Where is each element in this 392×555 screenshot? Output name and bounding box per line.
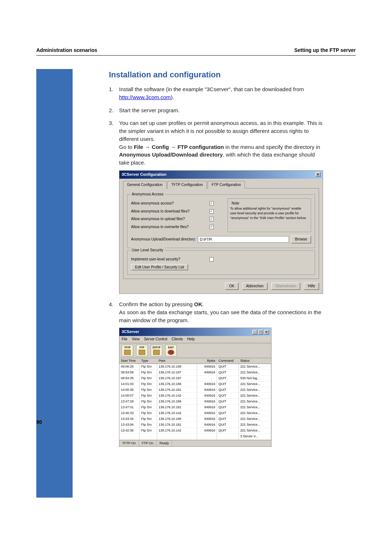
tab-general[interactable]: General Configuration xyxy=(123,181,167,189)
table-cell: 139.176.10.181 xyxy=(157,387,197,393)
table-row[interactable]: 13:43:34Ftp Srv139.176.10.186849916QUIT2… xyxy=(119,416,271,422)
table-row[interactable]: 13:47:29Ftp Srv139.176.10.186849916QUIT2… xyxy=(119,399,271,405)
menu-view[interactable]: View xyxy=(132,337,140,342)
step3b-arrow1: → xyxy=(143,144,152,150)
table-cell: Ftp Srv xyxy=(140,405,157,410)
help-button[interactable]: Hilfe xyxy=(304,283,319,290)
table-row[interactable]: 13:43:06Ftp Srv139.176.10.181849916QUIT2… xyxy=(119,422,271,428)
table-cell: Ftp Srv xyxy=(140,381,157,387)
note-title: Note xyxy=(230,201,309,206)
table-cell xyxy=(197,376,217,381)
table-cell: QUIT xyxy=(217,387,239,393)
table-row[interactable]: 13:42:38Ftp Srv139.176.10.142849916QUIT2… xyxy=(119,428,271,434)
step1-text-b: ). xyxy=(171,94,174,100)
table-cell: 221 Service... xyxy=(239,405,271,410)
col-status[interactable]: Status xyxy=(239,358,271,364)
table-cell: 530 Not log... xyxy=(239,376,271,381)
table-cell: 221 Service... xyxy=(239,370,271,375)
link-3com[interactable]: http://www.3com.com xyxy=(119,94,171,100)
table-cell: Ftp Srv xyxy=(140,399,157,404)
table-row[interactable]: 14:00:07Ftp Srv139.176.10.142849916QUIT2… xyxy=(119,393,271,399)
step4-ok: OK xyxy=(194,301,203,307)
table-row[interactable]: 13:46:33Ftp Srv139.176.10.142849916QUIT2… xyxy=(119,410,271,416)
table-cell: Ftp Srv xyxy=(140,393,157,398)
checkbox-allow-access[interactable]: ✓ xyxy=(209,201,214,206)
checkbox-allow-upload[interactable]: ✓ xyxy=(209,217,214,221)
table-cell: Ftp Srv xyxy=(140,364,157,369)
toolbar-sftp-button[interactable]: STFTP xyxy=(151,345,162,356)
header-left: Administration scenarios xyxy=(36,47,97,53)
tail-version: 3 Server V... xyxy=(239,434,271,439)
close-icon[interactable]: × xyxy=(264,330,269,335)
table-row[interactable]: 08:54:35Ftp Srv139.176.10.187QUIT530 Not… xyxy=(119,376,271,381)
toolbar-ftp-button[interactable]: FTP xyxy=(136,345,148,356)
menu-help[interactable]: Help xyxy=(187,337,195,342)
col-peer[interactable]: Peer xyxy=(157,358,197,364)
col-start-time[interactable]: Start Time xyxy=(119,358,140,364)
menu-file[interactable]: File xyxy=(122,337,127,342)
opt-user-security-label: Implement user-level security? xyxy=(131,257,207,262)
dir-input[interactable]: D:\FTP\ xyxy=(198,236,289,243)
table-row[interactable]: 08:54:58Ftp Srv139.176.10.187849916QUIT2… xyxy=(119,370,271,376)
step3b-pre: Go to xyxy=(119,144,134,150)
ftp-label: FTP xyxy=(139,346,144,349)
table-cell: QUIT xyxy=(217,370,239,375)
checkbox-allow-download[interactable]: ✓ xyxy=(209,209,214,214)
status-ready: Ready xyxy=(156,440,172,446)
tab-tftp[interactable]: TFTP Configuration xyxy=(167,181,207,189)
table-row[interactable]: 09:06:25Ftp Srv139.176.10.188849916QUIT2… xyxy=(119,364,271,370)
table-cell: QUIT xyxy=(217,405,239,410)
table-cell: 221 Service... xyxy=(239,381,271,387)
header-right: Setting up the FTP server xyxy=(294,47,356,53)
step4-text-b: . xyxy=(202,301,204,307)
table-cell: QUIT xyxy=(217,410,239,416)
dialog-title: 3CServer Configuration xyxy=(122,172,166,178)
step3b-mid: in the menu and specify the directory in xyxy=(224,144,320,150)
table-row[interactable]: 13:47:01Ftp Srv139.176.10.181849916QUIT2… xyxy=(119,405,271,410)
step-3: You can set up user profiles or permit a… xyxy=(109,119,323,294)
toolbar-exit-button[interactable]: EXIT xyxy=(165,345,177,356)
maximize-icon[interactable]: □ xyxy=(258,330,263,335)
edit-profile-button[interactable]: Edit User Profile / Security List xyxy=(131,264,188,270)
checkbox-user-security[interactable] xyxy=(209,257,214,262)
folder-icon xyxy=(139,350,145,355)
minimize-icon[interactable]: _ xyxy=(252,330,257,335)
step3b-ftp: FTP configuration xyxy=(177,144,224,150)
step3-text-a: You can set up user profiles or permit a… xyxy=(119,119,323,143)
table-cell: 849916 xyxy=(197,399,217,404)
status-tftp: TFTP On xyxy=(119,440,139,446)
close-icon[interactable]: × xyxy=(315,172,320,177)
browse-button[interactable]: Browse xyxy=(291,236,311,243)
table-row[interactable]: 14:00:35Ftp Srv139.176.10.181849916QUIT2… xyxy=(119,387,271,393)
table-cell: 139.176.10.186 xyxy=(157,416,197,422)
table-cell: 221 Service... xyxy=(239,410,271,416)
table-row[interactable]: 14:01:03Ftp Srv139.176.10.186849916QUIT2… xyxy=(119,381,271,387)
cancel-button[interactable]: Abbrechen xyxy=(242,283,268,290)
col-bytes[interactable]: Bytes xyxy=(197,358,217,364)
table-cell: QUIT xyxy=(217,399,239,404)
table-cell: 139.176.10.142 xyxy=(157,428,197,433)
table-cell: Ftp Srv xyxy=(140,422,157,428)
table-cell: 849916 xyxy=(197,428,217,433)
apply-button[interactable]: Übernehmen xyxy=(271,283,300,290)
col-command[interactable]: Command xyxy=(217,358,239,364)
table-cell: 139.176.10.186 xyxy=(157,381,197,387)
table-cell: 849916 xyxy=(197,387,217,393)
step3b-config: Config xyxy=(152,144,169,150)
menu-clients[interactable]: Clients xyxy=(172,337,183,342)
folder-icon xyxy=(124,350,131,355)
table-cell: 139.176.10.187 xyxy=(157,376,197,381)
table-cell: 13:43:06 xyxy=(119,422,140,428)
window-title: 3CServer xyxy=(122,329,139,335)
checkbox-allow-overwrite[interactable]: ✓ xyxy=(209,225,214,229)
table-cell: 139.176.10.181 xyxy=(157,422,197,428)
screenshot-config-dialog: 3CServer Configuration × General Configu… xyxy=(119,170,323,294)
menu-server-control[interactable]: Server Control xyxy=(144,337,167,342)
ok-button[interactable]: OK xyxy=(225,283,238,290)
page-header: Administration scenarios Setting up the … xyxy=(36,47,356,56)
table-cell: 14:00:35 xyxy=(119,387,140,393)
toolbar-tftp-button[interactable]: TFTP xyxy=(122,345,133,356)
tab-ftp[interactable]: FTP Configuration xyxy=(208,181,245,189)
col-type[interactable]: Type xyxy=(140,358,157,364)
step4-text-a: Confirm the action by pressing xyxy=(119,301,194,307)
